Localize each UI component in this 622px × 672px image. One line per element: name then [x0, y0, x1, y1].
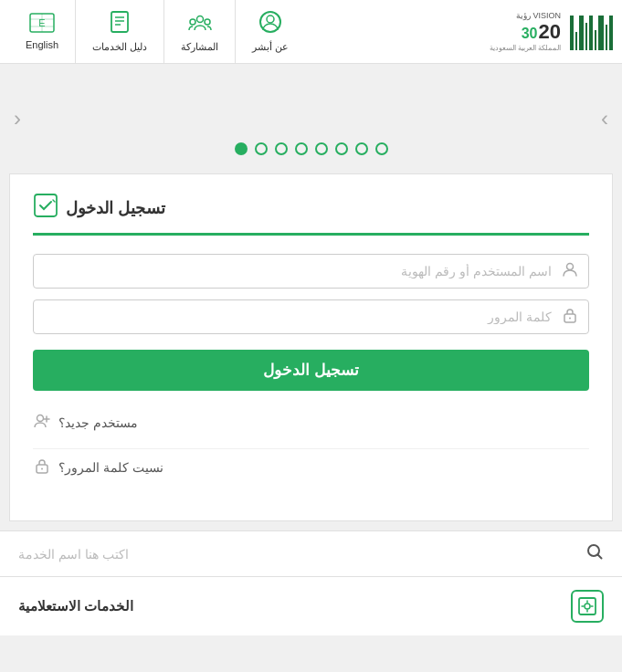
- forgot-lock-icon: [33, 457, 51, 478]
- year-20: 20: [539, 20, 561, 44]
- slider-area: ‹ ›: [0, 64, 622, 173]
- svg-point-3: [190, 19, 195, 25]
- header-nav: عن أبشر المشاركة: [9, 0, 305, 64]
- english-icon: E: [29, 13, 55, 37]
- svg-rect-5: [111, 12, 128, 32]
- search-icon: [585, 542, 604, 565]
- participation-label: المشاركة: [181, 41, 218, 53]
- slider-right-arrow[interactable]: ›: [592, 97, 617, 141]
- services-guide-label: دليل الخدمات: [92, 41, 147, 53]
- svg-rect-8: [35, 194, 57, 216]
- login-title-icon: [33, 193, 58, 224]
- password-input[interactable]: [33, 299, 589, 334]
- new-user-label[interactable]: مستخدم جديد؟: [58, 415, 138, 430]
- vision-subtitle: المملكة العربية السعودية: [490, 44, 561, 52]
- username-group: [33, 254, 589, 289]
- dot-8[interactable]: [235, 142, 248, 155]
- inquiry-services-icon: [571, 590, 604, 623]
- forgot-password-label[interactable]: نسيت كلمة المرور؟: [58, 460, 163, 475]
- vision-logo: VISION رؤية 20 30 المملكة العربية السعود…: [490, 11, 561, 52]
- password-group: [33, 299, 589, 334]
- svg-point-12: [37, 415, 44, 422]
- nav-participation[interactable]: المشاركة: [163, 0, 235, 64]
- absher-label: عن أبشر: [252, 41, 289, 53]
- dot-6[interactable]: [275, 142, 288, 155]
- nav-absher[interactable]: عن أبشر: [235, 0, 305, 64]
- svg-point-2: [196, 16, 203, 23]
- search-placeholder: اكتب هنا اسم الخدمة: [18, 547, 129, 562]
- svg-point-9: [567, 264, 574, 270]
- logo-area: VISION رؤية 20 30 المملكة العربية السعود…: [480, 11, 613, 52]
- bottom-section: الخدمات الاستعلامية: [0, 576, 622, 635]
- svg-point-1: [267, 16, 274, 23]
- nav-english[interactable]: E English: [9, 0, 75, 64]
- svg-point-14: [41, 468, 43, 470]
- dot-4[interactable]: [315, 142, 328, 155]
- search-bar: اكتب هنا اسم الخدمة: [0, 530, 622, 576]
- username-input[interactable]: [33, 254, 589, 289]
- login-title: تسجيل الدخول: [66, 198, 165, 218]
- absher-icon: [258, 10, 282, 39]
- dot-3[interactable]: [335, 142, 348, 155]
- inquiry-services-label: الخدمات الاستعلامية: [18, 598, 133, 614]
- header: VISION رؤية 20 30 المملكة العربية السعود…: [0, 0, 622, 64]
- add-user-icon: [33, 412, 51, 434]
- new-user-row: مستخدم جديد؟: [33, 404, 589, 441]
- svg-point-11: [569, 318, 571, 320]
- english-label: English: [26, 39, 58, 50]
- dot-5[interactable]: [295, 142, 308, 155]
- login-title-row: تسجيل الدخول: [33, 193, 589, 236]
- slider-left-arrow[interactable]: ‹: [5, 97, 30, 141]
- svg-point-4: [205, 19, 210, 25]
- slider-dots: [235, 142, 388, 155]
- svg-point-17: [585, 604, 590, 609]
- forgot-password-row: نسيت كلمة المرور؟: [33, 448, 589, 486]
- lock-icon: [562, 307, 578, 327]
- dot-2[interactable]: [355, 142, 368, 155]
- services-guide-icon: [108, 10, 132, 39]
- year-30: 30: [522, 26, 538, 42]
- barcode-icon: [570, 14, 613, 50]
- vision-2030: 20 30: [522, 20, 561, 44]
- participation-icon: [188, 10, 212, 39]
- nav-services-guide[interactable]: دليل الخدمات: [75, 0, 163, 64]
- login-card: تسجيل الدخول تسجيل الدخول: [9, 173, 613, 521]
- login-button[interactable]: تسجيل الدخول: [33, 350, 589, 391]
- user-icon: [562, 261, 578, 281]
- dot-1[interactable]: [375, 142, 388, 155]
- dot-7[interactable]: [255, 142, 268, 155]
- vision-label: VISION رؤية: [516, 11, 561, 20]
